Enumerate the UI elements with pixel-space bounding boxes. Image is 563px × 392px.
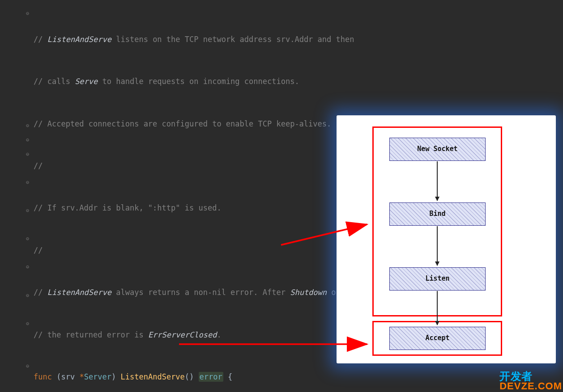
fold-gutter: ⊖ ⊖ ⊖ ⊖ ⊖ ⊖ ⊖ ⊖ ⊖ ⊖ ⊖ — [0, 4, 34, 392]
code-line: // ListenAndServe listens on the TCP net… — [34, 33, 563, 47]
fold-marker-icon[interactable]: ⊖ — [26, 361, 29, 371]
fold-marker-icon[interactable]: ⊖ — [26, 121, 29, 131]
flow-arrow-icon — [437, 226, 438, 266]
fold-marker-icon[interactable]: ⊖ — [26, 319, 29, 329]
diagram-panel: New Socket Bind Listen Accept — [337, 115, 556, 363]
fold-marker-icon[interactable]: ⊖ — [26, 149, 29, 159]
fold-marker-icon[interactable]: ⊖ — [26, 234, 29, 244]
flow-node-new-socket: New Socket — [389, 138, 486, 161]
code-line: // calls Serve to handle requests on inc… — [34, 75, 563, 89]
flow-node-listen: Listen — [389, 267, 486, 291]
fold-marker-icon[interactable]: ⊖ — [26, 291, 29, 300]
flow-arrow-icon — [437, 291, 438, 325]
fold-marker-icon[interactable]: ⊖ — [26, 262, 29, 272]
watermark-line2: DEVZE.COM — [499, 382, 562, 391]
flow-arrow-icon — [437, 161, 438, 201]
code-line: func (srv *Server) ListenAndServe() erro… — [34, 370, 563, 384]
fold-marker-icon[interactable]: ⊖ — [26, 135, 29, 145]
flow-node-bind: Bind — [389, 202, 486, 226]
flow-node-accept: Accept — [389, 327, 486, 350]
fold-marker-icon[interactable]: ⊖ — [26, 206, 29, 215]
fold-marker-icon[interactable]: ⊖ — [26, 8, 29, 18]
watermark: 开发者 DEVZE.COM — [499, 371, 562, 391]
fold-marker-icon[interactable]: ⊖ — [26, 177, 29, 187]
